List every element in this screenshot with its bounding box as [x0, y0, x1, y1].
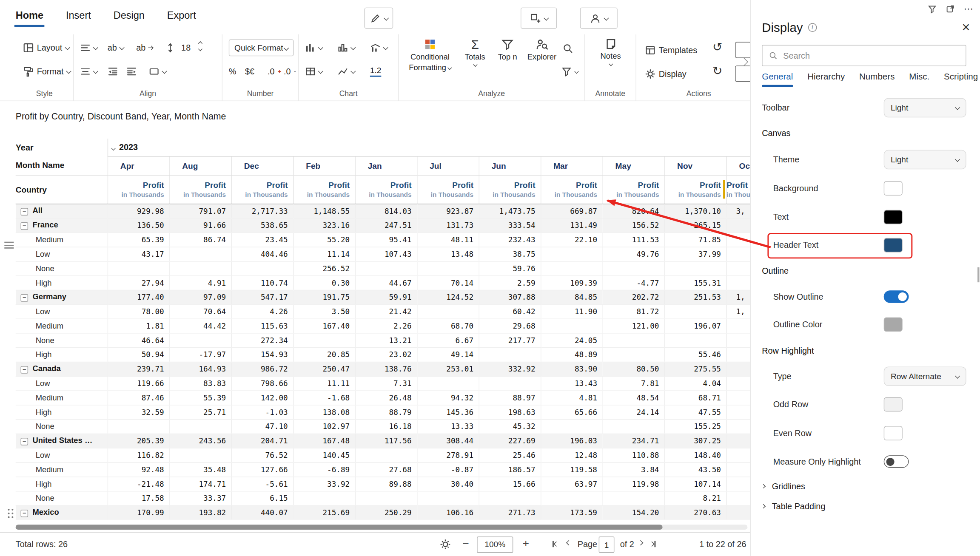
cell[interactable]: 91.66 [169, 218, 231, 233]
cell[interactable]: 12.48 [541, 448, 602, 462]
month-header-feb[interactable]: Feb [293, 156, 355, 175]
measure-header-jun[interactable]: Profitin Thousands [479, 175, 541, 204]
cell[interactable] [293, 333, 355, 347]
measure-header-jul[interactable]: Profitin Thousands [417, 175, 479, 204]
cell[interactable]: 1,473.75 [479, 204, 541, 218]
cell[interactable]: 4.04 [664, 376, 726, 391]
cell[interactable]: 43.50 [664, 462, 726, 477]
cell[interactable]: 68.70 [417, 318, 479, 333]
row-label[interactable]: High [16, 477, 108, 491]
text-color-swatch[interactable] [884, 210, 903, 224]
combo-chart-button[interactable] [370, 40, 387, 56]
conditional-formatting-button[interactable]: Conditional Formatting [404, 38, 456, 72]
cell[interactable]: 215.69 [293, 505, 355, 520]
cell[interactable]: 814.03 [355, 204, 417, 218]
cell[interactable] [169, 419, 231, 434]
row-height-button[interactable] [165, 40, 176, 56]
cell[interactable] [169, 261, 231, 275]
cell[interactable]: -17.97 [169, 347, 231, 362]
cell[interactable] [726, 462, 750, 477]
cell[interactable]: 251.53 [664, 290, 726, 304]
cell[interactable]: 167.48 [293, 434, 355, 448]
zoom-out-button[interactable]: − [462, 537, 469, 550]
zoom-in-button[interactable]: + [522, 537, 529, 550]
collapse-icon[interactable]: − [20, 366, 28, 374]
cell[interactable]: 145.36 [417, 405, 479, 419]
cell[interactable]: 3.84 [602, 462, 664, 477]
cell[interactable] [417, 491, 479, 505]
row-label[interactable]: None [16, 333, 108, 347]
row-label[interactable]: None [16, 261, 108, 275]
cell[interactable]: 138.08 [293, 405, 355, 419]
cell[interactable]: 88.79 [355, 405, 417, 419]
cell[interactable]: 86.74 [169, 233, 231, 247]
cell[interactable]: 404.46 [231, 247, 293, 261]
cell[interactable] [726, 505, 750, 520]
cell[interactable] [355, 491, 417, 505]
horizontal-scrollbar[interactable] [16, 525, 748, 530]
cell[interactable]: 196.07 [664, 318, 726, 333]
cell[interactable]: 7.81 [602, 376, 664, 391]
cell[interactable]: 8.21 [664, 491, 726, 505]
totals-button[interactable]: Σ Totals [459, 38, 491, 66]
header-text-color-swatch[interactable] [884, 238, 903, 252]
cell[interactable]: 33.92 [293, 477, 355, 491]
cell[interactable]: 25.71 [169, 405, 231, 419]
cell[interactable]: 6.67 [417, 333, 479, 347]
odd-row-color-swatch[interactable] [884, 397, 903, 411]
cell[interactable]: 70.64 [169, 304, 231, 319]
outline-color-swatch[interactable] [884, 317, 903, 332]
cell[interactable]: 107.43 [355, 247, 417, 261]
cell[interactable]: 11.90 [541, 304, 602, 319]
cell[interactable]: 95.41 [355, 233, 417, 247]
cell[interactable]: 80.50 [602, 362, 664, 376]
cell[interactable]: 49.14 [417, 347, 479, 362]
cell[interactable] [602, 347, 664, 362]
cell[interactable] [726, 477, 750, 491]
cell[interactable]: 791.07 [169, 204, 231, 218]
stepper-down-icon[interactable] [198, 47, 202, 51]
cell[interactable]: 27.94 [108, 275, 169, 290]
cell[interactable]: 323.16 [293, 218, 355, 233]
cell[interactable]: 84.85 [541, 290, 602, 304]
cell[interactable]: 243.56 [169, 434, 231, 448]
collapse-icon[interactable]: − [20, 294, 28, 302]
cell[interactable]: 232.43 [479, 233, 541, 247]
cell[interactable] [293, 491, 355, 505]
cell[interactable]: 247.51 [355, 218, 417, 233]
cell[interactable]: 127.66 [231, 462, 293, 477]
cell[interactable]: 4.81 [541, 390, 602, 405]
table-padding-section-toggle[interactable]: Table Padding [762, 498, 825, 514]
cell[interactable]: 205.39 [108, 434, 169, 448]
top-n-button[interactable]: Top n [493, 38, 523, 61]
cell[interactable]: 2.59 [479, 275, 541, 290]
cell[interactable]: 32.59 [108, 405, 169, 419]
next-page-button[interactable] [639, 541, 643, 545]
text-overflow-button[interactable]: ab [136, 40, 154, 56]
cell[interactable]: 48.54 [602, 390, 664, 405]
cell[interactable] [541, 419, 602, 434]
cell[interactable] [602, 261, 664, 275]
cell[interactable] [417, 304, 479, 319]
cell[interactable]: 24.05 [541, 333, 602, 347]
cell[interactable]: 11.11 [293, 376, 355, 391]
cell[interactable]: 59.76 [479, 261, 541, 275]
cell[interactable] [726, 318, 750, 333]
cell[interactable]: 24.14 [602, 405, 664, 419]
cell[interactable] [541, 318, 602, 333]
cell[interactable]: 117.56 [355, 434, 417, 448]
cell[interactable] [602, 491, 664, 505]
cell[interactable]: 76.52 [231, 448, 293, 462]
row-label[interactable]: Medium [16, 462, 108, 477]
cell[interactable]: 239.71 [108, 362, 169, 376]
cell[interactable] [169, 448, 231, 462]
cell[interactable]: 2,717.33 [231, 204, 293, 218]
line-chart-button[interactable] [337, 63, 355, 79]
font-size-value[interactable]: 18 [181, 40, 191, 56]
row-label[interactable]: Medium [16, 390, 108, 405]
cell[interactable]: 68.71 [664, 390, 726, 405]
row-drag-handle-icon[interactable] [4, 242, 14, 250]
cell[interactable]: 27.68 [355, 462, 417, 477]
stepper-up-icon[interactable] [198, 41, 202, 45]
cell[interactable]: 55.20 [293, 233, 355, 247]
